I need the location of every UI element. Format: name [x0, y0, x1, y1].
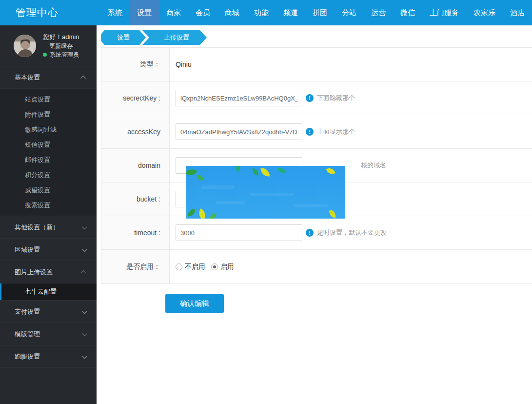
- sidebar-item-search-settings[interactable]: 搜索设置: [0, 198, 97, 213]
- sidebar-section-template-management[interactable]: 模版管理: [0, 323, 97, 345]
- form-row-secretkey: secrectKey : ! 下面隐藏那个: [101, 81, 532, 115]
- topnav-item-hotel[interactable]: 酒店: [503, 0, 532, 25]
- accesskey-hint: ! 上面显示那个: [306, 127, 355, 136]
- type-label: 类型：: [101, 48, 170, 81]
- chevron-down-icon: [82, 330, 87, 336]
- radio-disable[interactable]: [176, 263, 182, 270]
- domain-input[interactable]: [176, 157, 302, 174]
- topnav-item-doorservice[interactable]: 上门服务: [422, 0, 466, 25]
- radio-enable-label: 启用: [220, 263, 234, 271]
- topnav-item-system[interactable]: 系统: [100, 0, 130, 25]
- avatar-photo: [14, 35, 36, 57]
- form-row-accesskey: accessKey ! 上面显示那个: [101, 115, 532, 149]
- bucket-label: bucket :: [101, 182, 170, 216]
- accesskey-input[interactable]: [176, 123, 302, 140]
- sidebar-item-points-settings[interactable]: 积分设置: [0, 167, 97, 182]
- breadcrumb-settings[interactable]: 设置: [101, 30, 146, 45]
- top-nav: 系统 设置 商家 会员 商城 功能 频道 拼团 分站 运营 微信 上门服务 农家…: [95, 0, 532, 25]
- topnav-item-features[interactable]: 功能: [247, 0, 276, 25]
- topnav-item-merchant[interactable]: 商家: [159, 0, 188, 25]
- chevron-down-icon: [82, 308, 87, 313]
- sidebar: 您好！admin 更新缓存 系统管理员 基本设置 站点设置 附件设置 敏感词过滤…: [0, 25, 97, 404]
- breadcrumb-upload-settings[interactable]: 上传设置: [142, 30, 207, 45]
- topnav-item-settings[interactable]: 设置: [130, 0, 159, 25]
- timeout-label: timeout :: [101, 216, 170, 249]
- sidebar-item-sms-settings[interactable]: 短信设置: [0, 137, 97, 152]
- topnav-item-operation[interactable]: 运营: [364, 0, 393, 25]
- timeout-input[interactable]: [176, 224, 302, 241]
- radio-enable[interactable]: [211, 263, 218, 270]
- sidebar-item-prestige-settings[interactable]: 威望设置: [0, 182, 97, 198]
- main-content: 设置 上传设置 类型： Qiniu secrectKey : ! 下面隐藏那个: [97, 25, 532, 404]
- online-status-dot: [43, 53, 47, 57]
- accesskey-label: accessKey: [101, 115, 170, 148]
- sidebar-item-site-settings[interactable]: 站点设置: [0, 92, 97, 107]
- topnav-item-member[interactable]: 会员: [188, 0, 217, 25]
- image-upload-submenu: 七牛云配置: [0, 283, 97, 301]
- sidebar-section-payment-settings[interactable]: 支付设置: [0, 301, 97, 323]
- sidebar-section-region-settings[interactable]: 区域设置: [0, 239, 97, 261]
- form-row-bucket: bucket :: [101, 182, 532, 216]
- bucket-input[interactable]: [176, 191, 302, 207]
- sidebar-section-basic-settings[interactable]: 基本设置: [0, 66, 97, 89]
- info-icon: !: [306, 229, 314, 237]
- sidebar-item-mail-settings[interactable]: 邮件设置: [0, 152, 97, 167]
- refresh-cache-link[interactable]: 更新缓存: [43, 41, 79, 50]
- chevron-down-icon: [82, 353, 87, 358]
- breadcrumb: 设置 上传设置: [101, 30, 532, 45]
- type-value: Qiniu: [176, 61, 192, 68]
- form-row-timeout: timeout : ! 超时设置，默认不要更改: [101, 216, 532, 250]
- domain-label: domain: [101, 149, 170, 182]
- admin-page: 管理中心 系统 设置 商家 会员 商城 功能 频道 拼团 分站 运营 微信 上门…: [0, 0, 532, 404]
- topnav-item-farmstay[interactable]: 农家乐: [466, 0, 503, 25]
- enable-label: 是否启用：: [101, 250, 170, 283]
- top-bar: 管理中心 系统 设置 商家 会员 商城 功能 频道 拼团 分站 运营 微信 上门…: [0, 0, 532, 25]
- secretkey-input[interactable]: [176, 90, 302, 106]
- topnav-item-substation[interactable]: 分站: [335, 0, 364, 25]
- form-row-domain: domain 核的域名: [101, 149, 532, 182]
- user-role: 系统管理员: [43, 50, 79, 59]
- user-panel: 您好！admin 更新缓存 系统管理员: [0, 25, 97, 66]
- topnav-item-channel[interactable]: 频道: [276, 0, 305, 25]
- sidebar-section-errand-settings[interactable]: 跑腿设置: [0, 345, 97, 368]
- sidebar-item-sensitive-words[interactable]: 敏感词过滤: [0, 122, 97, 137]
- topnav-item-groupbuy[interactable]: 拼团: [305, 0, 335, 25]
- app-title: 管理中心: [0, 0, 95, 25]
- topnav-item-wechat[interactable]: 微信: [393, 0, 422, 25]
- chevron-down-icon: [82, 246, 87, 251]
- avatar[interactable]: [14, 35, 36, 57]
- radio-disable-label: 不启用: [185, 263, 205, 271]
- qiniu-settings-form: 类型： Qiniu secrectKey : ! 下面隐藏那个 accessKe…: [101, 47, 532, 284]
- sidebar-item-qiniu-config[interactable]: 七牛云配置: [0, 283, 97, 300]
- basic-settings-submenu: 站点设置 附件设置 敏感词过滤 短信设置 邮件设置 积分设置 威望设置 搜索设置: [0, 89, 97, 216]
- info-icon: !: [306, 128, 314, 136]
- form-row-enable: 是否启用： 不启用 启用: [101, 250, 532, 283]
- form-row-type: 类型： Qiniu: [101, 48, 532, 81]
- user-greeting: 您好！admin: [43, 33, 79, 41]
- chevron-down-icon: [82, 223, 87, 229]
- info-icon: !: [306, 94, 314, 102]
- chevron-up-icon: [80, 270, 86, 275]
- sidebar-section-other-settings[interactable]: 其他设置（新）: [0, 216, 97, 239]
- sidebar-section-image-upload-settings[interactable]: 图片上传设置: [0, 261, 97, 283]
- topnav-item-mall[interactable]: 商城: [217, 0, 247, 25]
- sidebar-item-attachment-settings[interactable]: 附件设置: [0, 107, 97, 122]
- domain-hint: 核的域名: [361, 161, 386, 170]
- secretkey-label: secrectKey :: [101, 81, 170, 115]
- confirm-edit-button[interactable]: 确认编辑: [165, 294, 224, 313]
- chevron-up-icon: [80, 75, 86, 81]
- timeout-hint: ! 超时设置，默认不要更改: [306, 228, 387, 237]
- secretkey-hint: ! 下面隐藏那个: [306, 94, 355, 102]
